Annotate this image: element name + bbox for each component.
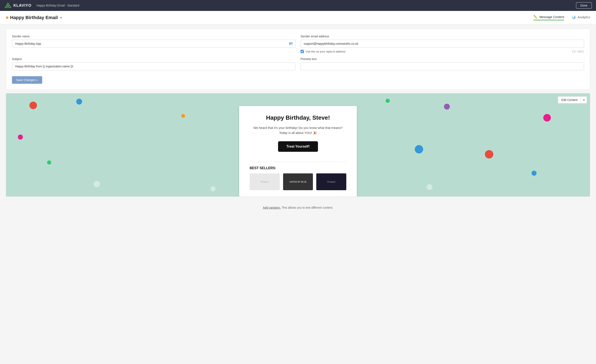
circle-8 [531,171,536,176]
subject-label: Subject [12,57,296,61]
form-row-subject: Subject Preview text [12,57,584,70]
save-changes-button[interactable]: Save Changes » [12,76,42,84]
email-preview: Edit Content ▾ [6,93,590,197]
sender-name-input[interactable] [12,40,296,48]
circle-1 [30,102,37,109]
analytics-icon: 📊 [572,15,576,19]
circle-9 [543,114,551,122]
product-card-3: Product [316,173,346,190]
cc-bcc-link[interactable]: CC / BCC [572,50,584,53]
circle-12 [415,145,423,153]
email-divider [250,162,346,162]
breadcrumb: Happy Birthday Email - Standard [37,4,79,7]
reply-to-checkbox[interactable] [300,50,304,53]
tab-message-content[interactable]: ✏️ Message Content [533,15,564,20]
dot-1 [94,181,100,187]
tab-message-content-label: Message Content [539,15,564,19]
form-card: Sender name 🪪 Sender email address Use t… [6,29,590,90]
reply-to-row: Use this as your reply-to address CC / B… [300,50,584,53]
form-row-sender: Sender name 🪪 Sender email address Use t… [12,35,584,53]
add-variation-text: This allows you to test different conten… [282,206,333,209]
main-content: Sender name 🪪 Sender email address Use t… [0,24,596,201]
reply-to-label: Use this as your reply-to address [305,50,345,53]
product-row: Product UNITED BY BLUE Product [250,173,346,190]
bottom-bar: Add variation. This allows you to test d… [0,201,596,214]
sender-email-label: Sender email address [300,35,584,38]
status-dot [6,16,8,19]
edit-content-dropdown[interactable]: ▾ [581,96,587,104]
logo-text: KLAVIYO [14,3,31,8]
circle-7 [485,150,493,158]
email-background: Happy Birthday, Steve! We heard that it'… [6,93,590,196]
pencil-icon: ✏️ [533,15,538,19]
email-content-box: Happy Birthday, Steve! We heard that it'… [239,106,357,196]
email-cta-button[interactable]: Treat Yourself! [278,141,318,152]
dot-4 [426,184,432,190]
email-body: We heard that it's your birthday! Do you… [250,125,346,135]
contact-card-icon: 🪪 [289,42,293,46]
circle-4 [47,160,51,164]
top-navigation: KLAVIYO Happy Birthday Email - Standard … [0,0,596,11]
tab-analytics-label: Analytics [578,15,590,19]
add-variation-link[interactable]: Add variation. [263,206,281,209]
circle-10 [386,99,390,103]
page-title: Happy Birthday Email [10,15,58,20]
subject-input[interactable] [12,62,296,70]
nav-left: KLAVIYO Happy Birthday Email - Standard [4,2,79,8]
header-bar: Happy Birthday Email ▾ ✏️ Message Conten… [0,11,596,24]
circle-2 [76,99,82,104]
sender-email-group: Sender email address Use this as your re… [300,35,584,53]
product-card-2: UNITED BY BLUE [283,173,313,190]
edit-content-button[interactable]: Edit Content [558,96,581,104]
header-left: Happy Birthday Email ▾ [6,15,62,20]
dot-2 [210,186,216,191]
edit-content-bar: Edit Content ▾ [558,96,587,104]
preview-text-label: Preview text [300,57,584,61]
klaviyo-logo: KLAVIYO [4,2,31,8]
sender-name-group: Sender name 🪪 [12,35,296,53]
header-right: ✏️ Message Content 📊 Analytics [533,15,590,20]
email-title: Happy Birthday, Steve! [250,114,346,121]
tab-analytics[interactable]: 📊 Analytics [572,15,590,20]
sender-name-input-wrapper: 🪪 [12,40,296,48]
subject-group: Subject [12,57,296,70]
sender-email-input[interactable] [300,40,584,48]
circle-3 [18,134,23,140]
product-card-1: Product [250,173,280,190]
title-dropdown-arrow[interactable]: ▾ [60,16,62,19]
circle-5 [181,114,185,118]
best-sellers-title: BEST SELLERS: [250,166,346,170]
circle-6 [444,104,450,110]
sender-name-label: Sender name [12,35,296,38]
done-button[interactable]: Done [576,2,592,9]
preview-text-input[interactable] [300,62,584,70]
preview-text-group: Preview text [300,57,584,70]
